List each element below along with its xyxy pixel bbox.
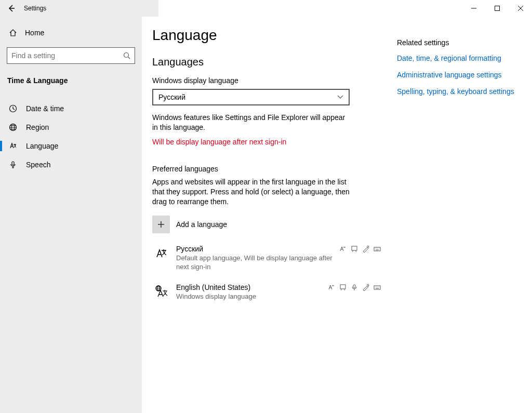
related-link-admin-language[interactable]: Administrative language settings <box>397 71 516 79</box>
search-icon <box>123 52 130 59</box>
svg-rect-12 <box>374 286 380 289</box>
language-icon <box>8 142 18 150</box>
category-title: Time & Language <box>0 72 142 89</box>
related-link-spelling-typing[interactable]: Spelling, typing, & keyboard settings <box>397 87 516 96</box>
text-to-speech-icon <box>350 245 358 252</box>
search-input-container[interactable] <box>7 47 135 64</box>
handwriting-icon <box>362 245 370 252</box>
sidebar-item-language[interactable]: Language <box>0 137 142 155</box>
sidebar-item-label: Language <box>26 142 58 150</box>
chevron-down-icon <box>337 95 343 99</box>
language-feature-icons <box>327 284 381 291</box>
home-label: Home <box>25 29 44 37</box>
back-button[interactable] <box>6 3 17 14</box>
svg-rect-5 <box>12 162 14 165</box>
sidebar-item-label: Date & time <box>26 104 64 113</box>
language-item[interactable]: English (United States) Windows display … <box>152 283 381 301</box>
display-language-dropdown[interactable]: Русский <box>152 89 350 105</box>
add-language-label: Add a language <box>176 220 227 229</box>
related-settings-title: Related settings <box>397 38 516 47</box>
handwriting-icon <box>362 284 370 291</box>
globe-icon <box>8 123 18 131</box>
maximize-button[interactable] <box>485 0 509 17</box>
svg-rect-7 <box>374 247 380 251</box>
home-nav[interactable]: Home <box>0 24 142 41</box>
svg-rect-10 <box>340 285 345 289</box>
sidebar-item-label: Region <box>26 123 49 131</box>
preferred-languages-help: Apps and websites will appear in the fir… <box>152 177 350 207</box>
svg-rect-11 <box>353 285 355 288</box>
language-item[interactable]: Русский Default app language, Will be di… <box>152 245 381 272</box>
svg-rect-0 <box>495 6 499 11</box>
languages-heading: Languages <box>152 56 381 68</box>
home-icon <box>8 29 18 37</box>
keyboard-icon <box>373 284 381 291</box>
display-language-notice: Will be display language after next sign… <box>152 138 381 146</box>
language-glyph-icon <box>152 245 170 260</box>
page-title: Language <box>152 27 381 44</box>
plus-icon <box>152 216 170 233</box>
window-title: Settings <box>24 5 46 12</box>
svg-rect-6 <box>352 246 357 250</box>
minimize-button[interactable] <box>462 0 485 17</box>
clock-icon <box>8 104 18 113</box>
language-glyph-icon <box>152 283 170 299</box>
speech-recognition-icon <box>350 284 358 291</box>
keyboard-icon <box>373 245 381 252</box>
language-feature-icons <box>339 245 381 252</box>
sidebar-item-date-time[interactable]: Date & time <box>0 99 142 118</box>
add-language-button[interactable]: Add a language <box>152 216 381 233</box>
preferred-languages-heading: Preferred languages <box>152 165 381 173</box>
text-to-speech-icon <box>339 284 347 291</box>
language-subtitle: Default app language, Will be display la… <box>176 254 342 272</box>
search-input[interactable] <box>11 51 120 60</box>
display-language-help: Windows features like Settings and File … <box>152 113 350 132</box>
language-pack-icon <box>327 284 336 291</box>
sidebar-item-region[interactable]: Region <box>0 118 142 137</box>
sidebar-item-label: Speech <box>26 161 50 169</box>
display-language-value: Русский <box>158 93 185 101</box>
language-name: English (United States) <box>176 283 250 291</box>
language-pack-icon <box>339 245 347 252</box>
display-language-label: Windows display language <box>152 76 381 85</box>
related-link-date-time-regional[interactable]: Date, time, & regional formatting <box>397 54 516 62</box>
language-subtitle: Windows display language <box>176 292 342 301</box>
sidebar-item-speech[interactable]: Speech <box>0 155 142 174</box>
close-button[interactable] <box>509 0 532 17</box>
svg-point-1 <box>124 53 129 58</box>
language-name: Русский <box>176 245 203 253</box>
microphone-icon <box>8 161 18 169</box>
